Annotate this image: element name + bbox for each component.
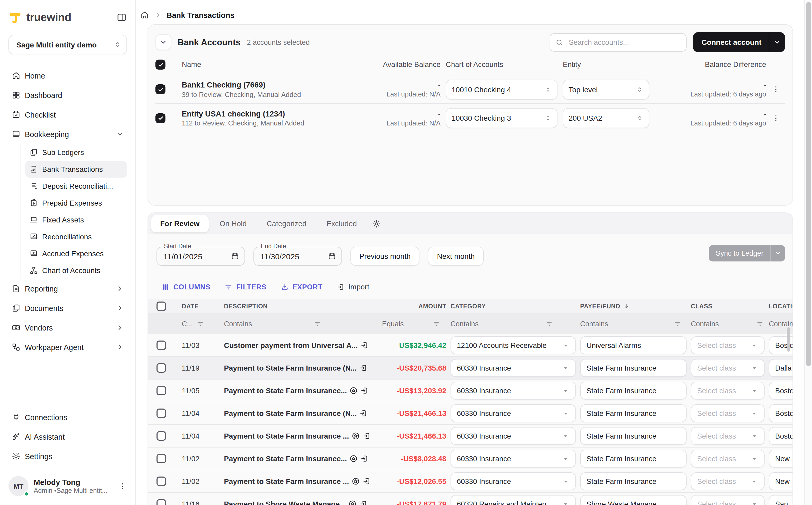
transaction-description[interactable]: Payment to State Farm Insurance ... <box>224 432 378 440</box>
tab-for-review[interactable]: For Review <box>151 215 208 232</box>
entity-select[interactable]: 200 USA2 <box>563 108 649 128</box>
sidebar-item-documents[interactable]: Documents <box>8 298 127 318</box>
payee-input[interactable]: State Farm Insurance <box>580 382 686 399</box>
page-scrollbar[interactable] <box>804 0 812 505</box>
sidebar-item-chart-of-accounts[interactable]: Chart of Accounts <box>25 262 127 279</box>
transaction-checkbox[interactable] <box>157 499 166 505</box>
sidebar-item-bank-transactions[interactable]: Bank Transactions <box>25 161 127 178</box>
transaction-description[interactable]: Payment to State Farm Insurance (N... <box>224 409 378 417</box>
account-checkbox[interactable] <box>156 113 166 123</box>
tab-on-hold[interactable]: On Hold <box>210 215 255 232</box>
start-date-field[interactable]: Start Date 11/01/2025 <box>157 247 245 266</box>
category-select[interactable]: 12100 Accounts Receivable <box>450 336 576 354</box>
calendar-icon[interactable] <box>328 252 336 261</box>
class-select[interactable]: Select class <box>691 382 765 399</box>
tab-settings-gear-icon[interactable] <box>372 219 381 228</box>
filter-class[interactable]: Contains <box>691 320 765 328</box>
sidebar-item-settings[interactable]: Settings <box>8 447 127 466</box>
location-select[interactable]: New <box>769 472 793 490</box>
page-scrollbar-thumb[interactable] <box>806 2 811 366</box>
sync-to-ledger-button[interactable]: Sync to Ledger <box>709 245 785 262</box>
payee-input[interactable]: Shore Waste Manage... <box>580 495 686 505</box>
sidebar-item-reporting[interactable]: Reporting <box>8 279 127 298</box>
transaction-description[interactable]: Payment to State Farm Insurance (N... <box>224 364 378 372</box>
transaction-description[interactable]: Customer payment from Universal A... <box>224 341 378 349</box>
end-date-field[interactable]: End Date 11/30/2025 <box>253 247 342 266</box>
import-button[interactable]: Import <box>337 283 369 291</box>
chart-of-accounts-select[interactable]: 10030 Checking 3 <box>446 108 558 128</box>
class-select[interactable]: Select class <box>691 359 765 377</box>
transaction-checkbox[interactable] <box>157 454 166 463</box>
filter-date[interactable]: C... <box>182 320 220 328</box>
home-icon[interactable] <box>140 11 149 19</box>
class-select[interactable]: Select class <box>691 404 765 422</box>
account-menu-kebab-icon[interactable] <box>771 85 780 94</box>
filter-amount[interactable]: Equals <box>382 320 446 328</box>
class-select[interactable]: Select class <box>691 472 765 490</box>
category-select[interactable]: 60320 Repairs and Mainten... <box>450 495 576 505</box>
export-button[interactable]: EXPORT <box>280 283 323 291</box>
previous-month-button[interactable]: Previous month <box>351 247 420 266</box>
sidebar-item-reconciliations[interactable]: Reconciliations <box>25 228 127 245</box>
category-select[interactable]: 60330 Insurance <box>450 427 576 445</box>
transaction-checkbox[interactable] <box>157 363 166 373</box>
collapse-accounts-button[interactable] <box>156 34 171 50</box>
location-select[interactable]: Bosto <box>769 404 793 422</box>
category-select[interactable]: 60330 Insurance <box>450 472 576 490</box>
location-select[interactable]: New <box>769 450 793 468</box>
account-menu-kebab-icon[interactable] <box>771 114 780 123</box>
sidebar-collapse-icon[interactable] <box>117 12 127 23</box>
accounts-search[interactable] <box>550 33 687 51</box>
entity-select[interactable]: Top level <box>563 79 649 100</box>
transaction-description[interactable]: Payment to Shore Waste Manage... <box>224 500 378 505</box>
category-select[interactable]: 60330 Insurance <box>450 382 576 399</box>
class-select[interactable]: Select class <box>691 336 765 354</box>
connect-account-button[interactable]: Connect account <box>693 32 785 52</box>
payee-input[interactable]: State Farm Insurance <box>580 427 686 445</box>
transaction-description[interactable]: Payment to State Farm Insurance ... <box>224 477 378 486</box>
location-select[interactable]: Bosto <box>769 427 793 445</box>
tab-categorized[interactable]: Categorized <box>258 215 316 232</box>
sidebar-item-workpaper-agent[interactable]: Workpaper Agent <box>8 337 127 357</box>
user-menu-kebab-icon[interactable] <box>118 482 127 491</box>
transaction-description[interactable]: Payment to State Farm Insurance... <box>224 386 378 395</box>
class-select[interactable]: Select class <box>691 427 765 445</box>
columns-button[interactable]: COLUMNS <box>162 283 210 291</box>
sidebar-item-connections[interactable]: Connections <box>8 407 127 427</box>
transaction-checkbox[interactable] <box>157 477 166 486</box>
transaction-checkbox[interactable] <box>157 386 166 395</box>
category-select[interactable]: 60330 Insurance <box>450 359 576 377</box>
class-select[interactable]: Select class <box>691 450 765 468</box>
sidebar-item-vendors[interactable]: Vendors <box>8 318 127 337</box>
transaction-checkbox[interactable] <box>157 431 166 441</box>
sidebar-item-accrued-expenses[interactable]: Accrued Expenses <box>25 245 127 262</box>
payee-input[interactable]: State Farm Insurance <box>580 472 686 490</box>
next-month-button[interactable]: Next month <box>428 247 484 266</box>
payee-input[interactable]: State Farm Insurance <box>580 359 686 377</box>
table-scrollbar-thumb[interactable] <box>787 327 790 352</box>
tab-excluded[interactable]: Excluded <box>318 215 366 232</box>
transaction-description[interactable]: Payment to State Farm Insurance... <box>224 454 378 463</box>
class-select[interactable]: Select class <box>691 495 765 505</box>
filter-payee[interactable]: Contains <box>580 320 686 328</box>
filter-location[interactable]: Contains <box>769 320 793 328</box>
accounts-search-input[interactable] <box>568 38 681 47</box>
account-checkbox[interactable] <box>156 85 166 95</box>
payee-input[interactable]: Universal Alarms <box>580 336 686 354</box>
category-select[interactable]: 60330 Insurance <box>450 450 576 468</box>
col-payee-fund[interactable]: PAYEE/FUND <box>580 303 686 309</box>
payee-input[interactable]: State Farm Insurance <box>580 450 686 468</box>
entity-selector[interactable]: Sage Multi entity demo <box>8 35 127 54</box>
sidebar-item-dashboard[interactable]: Dashboard <box>8 86 127 105</box>
sidebar-item-deposit-reconciliati[interactable]: Deposit Reconciliati... <box>25 178 127 194</box>
sidebar-item-ai-assistant[interactable]: AI Assistant <box>8 427 127 447</box>
sidebar-item-prepaid-expenses[interactable]: Prepaid Expenses <box>25 194 127 211</box>
transaction-checkbox[interactable] <box>157 408 166 418</box>
sidebar-item-bookkeeping[interactable]: Bookkeeping <box>8 124 127 144</box>
user-card[interactable]: MT Melody Tong Admin •Sage Multi entit..… <box>8 471 127 501</box>
select-all-checkbox[interactable] <box>156 59 166 69</box>
filter-category[interactable]: Contains <box>450 320 576 328</box>
filter-description[interactable]: Contains <box>224 320 378 328</box>
chart-of-accounts-select[interactable]: 10010 Checking 4 <box>446 79 558 100</box>
sidebar-item-sub-ledgers[interactable]: Sub Ledgers <box>25 144 127 161</box>
